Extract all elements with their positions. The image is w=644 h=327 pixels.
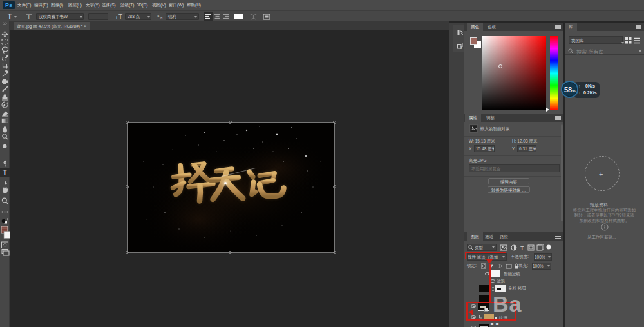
svg-text:3: 3 xyxy=(460,46,462,49)
svg-text:T: T xyxy=(3,168,7,176)
svg-text:T: T xyxy=(520,245,524,251)
svg-text:a: a xyxy=(160,15,163,20)
svg-text:T: T xyxy=(118,14,122,20)
svg-text:t: t xyxy=(116,15,117,20)
